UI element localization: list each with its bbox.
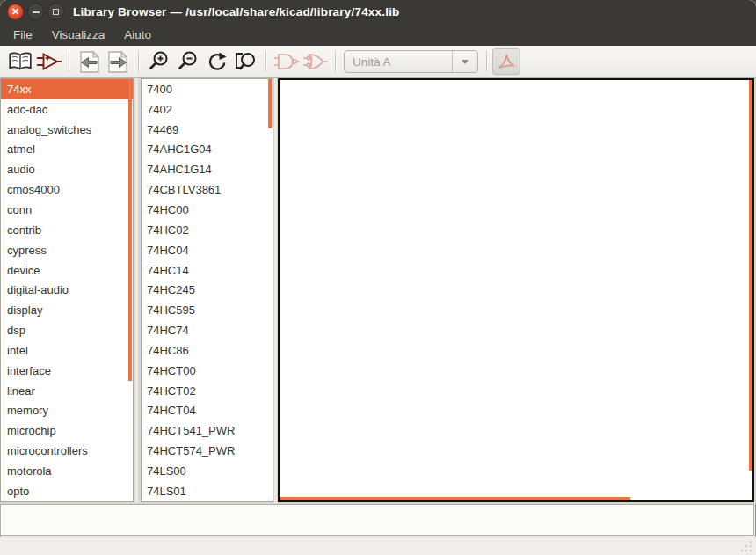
- menu-item[interactable]: File: [4, 26, 42, 44]
- unit-selector[interactable]: Unità A: [344, 50, 478, 73]
- library-list-item[interactable]: dsp: [1, 320, 133, 340]
- library-list-item[interactable]: microchip: [1, 420, 133, 441]
- canvas-horizontal-scrollbar[interactable]: [280, 497, 630, 500]
- library-list-item[interactable]: audio: [1, 159, 133, 179]
- library-list-item[interactable]: cypress: [1, 240, 133, 260]
- library-list-scrollbar[interactable]: [128, 79, 132, 381]
- or-gate-icon: [302, 50, 329, 73]
- toolbar-separator: [335, 51, 336, 72]
- component-list-item[interactable]: 74CBTLV3861: [142, 179, 273, 200]
- redraw-icon: [206, 50, 229, 73]
- library-list-item[interactable]: intel: [1, 340, 133, 361]
- previous-component-button[interactable]: [75, 48, 104, 75]
- library-list-item[interactable]: linear: [1, 381, 133, 401]
- redraw-button[interactable]: [202, 48, 231, 75]
- component-list-item[interactable]: 74HCT00: [142, 361, 273, 381]
- select-library-button[interactable]: [5, 48, 34, 75]
- toolbar-separator: [486, 51, 487, 72]
- canvas-vertical-scrollbar[interactable]: [749, 80, 752, 471]
- library-list-item[interactable]: conn: [1, 200, 133, 220]
- zoom-in-button[interactable]: [144, 48, 173, 75]
- component-list-item[interactable]: 74469: [142, 120, 273, 140]
- component-list-item[interactable]: 74LS00: [142, 461, 273, 481]
- maximize-icon: [53, 9, 59, 15]
- library-list-item[interactable]: microcontrollers: [1, 441, 133, 461]
- book-icon: [8, 51, 33, 72]
- library-list-item[interactable]: display: [1, 300, 133, 320]
- component-list-item[interactable]: 74HC00: [142, 200, 273, 220]
- component-list-item[interactable]: 74HCT541_PWR: [142, 420, 273, 441]
- toolbar-separator: [265, 51, 266, 72]
- library-list: 74xxadc-dacanalog_switchesatmelaudiocmos…: [0, 78, 134, 502]
- component-list-scrollbar[interactable]: [268, 79, 272, 128]
- library-list-item[interactable]: contrib: [1, 220, 133, 240]
- library-list-item[interactable]: digital-audio: [1, 280, 133, 300]
- component-list-item[interactable]: 74HC04: [142, 240, 273, 260]
- menu-item[interactable]: Visualizza: [42, 26, 115, 44]
- next-component-button[interactable]: [104, 48, 133, 75]
- component-list-item[interactable]: 74HC02: [142, 220, 273, 240]
- component-list-item[interactable]: 74AHC1G14: [142, 159, 273, 179]
- toolbar: Unità A: [0, 46, 756, 78]
- minimize-button[interactable]: [27, 4, 44, 20]
- zoom-fit-icon: [234, 50, 258, 73]
- zoom-fit-button[interactable]: [231, 48, 260, 75]
- select-component-button[interactable]: [34, 48, 63, 75]
- component-list-item[interactable]: 74HC86: [142, 340, 273, 361]
- library-list-item[interactable]: cmos4000: [1, 179, 133, 200]
- minimize-icon: [33, 11, 40, 13]
- unit-selector-value: Unità A: [345, 55, 452, 69]
- library-list-item[interactable]: analog_switches: [1, 120, 133, 140]
- close-button[interactable]: ✕: [7, 4, 24, 20]
- library-list-item[interactable]: motorola: [1, 461, 133, 481]
- component-list-item[interactable]: 74HC245: [142, 280, 273, 300]
- statusbar: [0, 537, 756, 555]
- chevron-down-icon: [462, 60, 469, 64]
- resize-grip-icon[interactable]: [738, 538, 753, 553]
- unit-selector-dropdown-button[interactable]: [452, 51, 477, 72]
- panel-splitter[interactable]: [274, 78, 277, 503]
- component-list-item[interactable]: 74HCT02: [142, 381, 273, 401]
- library-list-item[interactable]: device: [1, 260, 133, 281]
- library-list-item[interactable]: interface: [1, 361, 133, 381]
- opamp-icon: [36, 51, 62, 72]
- menu-item[interactable]: Aiuto: [114, 26, 161, 44]
- zoom-out-button[interactable]: [173, 48, 202, 75]
- next-arrow-icon: [106, 50, 130, 74]
- library-list-item[interactable]: 74xx: [1, 79, 133, 99]
- maximize-button[interactable]: [47, 4, 64, 20]
- component-list-item[interactable]: 74HC74: [142, 320, 273, 340]
- library-list-item[interactable]: adc-dac: [1, 99, 133, 120]
- datasheet-button[interactable]: [492, 48, 520, 75]
- window-title: Library Browser — /usr/local/share/kicad…: [73, 5, 400, 18]
- toolbar-separator: [69, 51, 69, 72]
- titlebar: ✕ Library Browser — /usr/local/share/kic…: [0, 0, 756, 24]
- zoom-in-icon: [148, 50, 171, 73]
- component-list-item[interactable]: 74HC595: [142, 300, 273, 320]
- library-list-item[interactable]: memory: [1, 401, 133, 421]
- component-list-item[interactable]: 74HCT574_PWR: [142, 441, 273, 461]
- component-list-item[interactable]: 74HC14: [142, 260, 273, 281]
- component-list: 740074027446974AHC1G0474AHC1G1474CBTLV38…: [141, 78, 273, 502]
- previous-arrow-icon: [77, 50, 101, 74]
- component-list-item[interactable]: 74HCT04: [142, 401, 273, 421]
- toolbar-separator: [138, 51, 139, 72]
- panel-splitter[interactable]: [135, 78, 138, 503]
- demorgan-body-style-button[interactable]: [301, 48, 330, 75]
- nand-gate-icon: [273, 50, 300, 73]
- menubar: FileVisualizzaAiuto: [0, 24, 756, 46]
- library-browser-window: ✕ Library Browser — /usr/local/share/kic…: [0, 0, 756, 555]
- component-info-bar: [0, 504, 754, 536]
- pdf-icon: [496, 51, 517, 72]
- library-list-item[interactable]: atmel: [1, 140, 133, 160]
- library-list-item[interactable]: opto: [1, 481, 133, 501]
- component-list-item[interactable]: 74LS01: [142, 481, 273, 501]
- zoom-out-icon: [177, 50, 200, 73]
- normal-body-style-button[interactable]: [272, 48, 301, 75]
- component-list-item[interactable]: 7400: [142, 79, 273, 99]
- component-list-item[interactable]: 7402: [142, 99, 273, 120]
- schematic-canvas[interactable]: [278, 78, 754, 502]
- component-list-item[interactable]: 74AHC1G04: [142, 140, 273, 160]
